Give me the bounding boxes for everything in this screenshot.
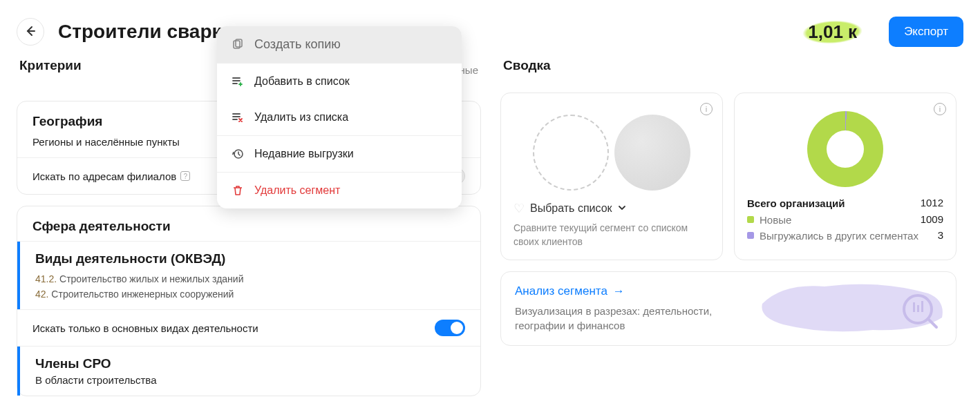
total-orgs-value: 1012 bbox=[921, 197, 943, 208]
criteria-heading: Критерии bbox=[17, 58, 82, 81]
donut-chart bbox=[807, 111, 883, 187]
okved-item-1: 41.2. Строительство жилых и нежилых здан… bbox=[20, 273, 480, 289]
list-remove-icon bbox=[231, 110, 245, 124]
select-list-button[interactable]: ♡ Выбрать список bbox=[513, 201, 710, 216]
total-orgs-label: Всего организаций bbox=[747, 197, 845, 211]
menu-copy[interactable]: Создать копию bbox=[217, 26, 462, 63]
heart-icon: ♡ bbox=[513, 201, 525, 216]
arrow-right-icon: → bbox=[613, 284, 625, 298]
actions-dropdown-menu: Создать копию Добавить в список Удалить … bbox=[217, 26, 462, 208]
menu-delete-segment[interactable]: Удалить сегмент bbox=[217, 173, 462, 208]
new-orgs-value: 1009 bbox=[921, 213, 943, 225]
svg-rect-2 bbox=[917, 305, 919, 312]
question-icon[interactable]: ? bbox=[180, 171, 190, 181]
sro-title[interactable]: Члены СРО bbox=[20, 347, 480, 374]
export-button[interactable]: Экспорт bbox=[889, 17, 963, 47]
activity-title: Сфера деятельности bbox=[17, 206, 480, 241]
venn-dashed-circle bbox=[533, 115, 609, 191]
trash-icon bbox=[231, 184, 245, 197]
svg-rect-3 bbox=[921, 301, 923, 312]
okved-item-2: 42. Строительство инженерных сооружений bbox=[20, 289, 480, 309]
map-illustration bbox=[755, 276, 949, 338]
back-button[interactable] bbox=[17, 18, 44, 46]
exported-orgs-value: 3 bbox=[938, 229, 943, 241]
compare-hint: Сравните текущий сегмент со списком свои… bbox=[513, 222, 710, 249]
legend-dot-green bbox=[747, 216, 754, 223]
history-icon bbox=[231, 147, 245, 161]
orgs-chart-card: i Всего организаций1012 Новые1009 Выгруж… bbox=[734, 93, 957, 260]
list-add-icon bbox=[231, 75, 245, 88]
legend-dot-purple bbox=[747, 232, 754, 239]
menu-add-to-list[interactable]: Добавить в список bbox=[217, 64, 462, 99]
org-count-badge: 1,01 к bbox=[798, 19, 867, 46]
compare-list-card: i ♡ Выбрать список Сравните текущий сегм… bbox=[500, 93, 723, 260]
main-activity-only-label: Искать только в основных видах деятельно… bbox=[32, 322, 258, 334]
branch-search-label: Искать по адресам филиалов bbox=[32, 171, 176, 182]
analysis-desc: Визуализация в разрезах: деятельности, г… bbox=[515, 304, 722, 333]
analysis-card[interactable]: Анализ сегмента → Визуализация в разреза… bbox=[500, 271, 957, 346]
okved-title[interactable]: Виды деятельности (ОКВЭД) bbox=[20, 242, 480, 273]
activity-card: Сфера деятельности Виды деятельности (ОК… bbox=[17, 206, 481, 396]
arrow-left-icon bbox=[23, 24, 37, 40]
main-activity-only-toggle[interactable] bbox=[435, 320, 465, 336]
summary-heading: Сводка bbox=[500, 58, 957, 81]
sro-text: В области строительства bbox=[20, 374, 480, 396]
info-icon[interactable]: i bbox=[934, 103, 946, 115]
menu-remove-from-list[interactable]: Удалить из списка bbox=[217, 99, 462, 135]
svg-rect-1 bbox=[913, 302, 915, 312]
menu-recent-exports[interactable]: Недавние выгрузки bbox=[217, 136, 462, 172]
venn-solid-circle bbox=[614, 115, 690, 191]
chevron-down-icon bbox=[618, 202, 626, 215]
analysis-link[interactable]: Анализ сегмента → bbox=[515, 284, 625, 298]
copy-icon bbox=[231, 38, 245, 52]
